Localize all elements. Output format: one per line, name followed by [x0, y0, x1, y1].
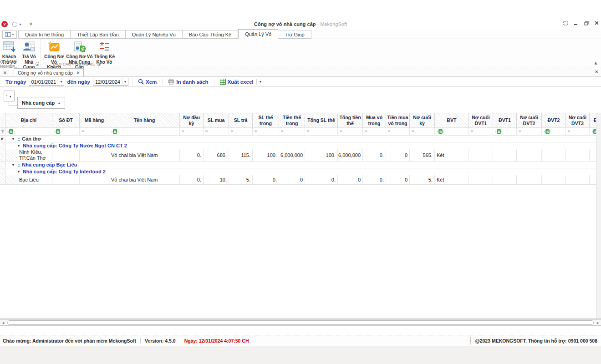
column-header-2[interactable]: Mã hàng [80, 113, 109, 127]
filter-cell-15[interactable]: = [469, 128, 493, 135]
close-icon[interactable]: ✕ [595, 70, 598, 74]
column-header-4[interactable]: Nợ đầu kỳ [180, 113, 204, 127]
document-tab-active[interactable]: Công nợ vỏ nhà cung cấp ✕ [14, 68, 84, 76]
filter-cell-3[interactable]: aBc [109, 128, 180, 135]
column-header-8[interactable]: Tiền thế trong [279, 113, 305, 127]
export-excel-button[interactable]: Xuất excel ▼ [220, 79, 262, 85]
column-header-13[interactable]: Nợ cuối kỳ [410, 113, 435, 127]
column-header-15[interactable]: Nợ cuối DVT1 [469, 113, 493, 127]
cell-2-9[interactable]: 100. [305, 149, 338, 161]
cell-2-3[interactable]: Vỏ chai bia Việt Nam [109, 149, 180, 161]
scroll-right-icon[interactable]: ► [595, 320, 601, 325]
horizontal-scrollbar[interactable]: ◄ ► [0, 319, 601, 326]
ribbon-tab-1[interactable]: Thiết Lập Ban Đầu [71, 30, 126, 39]
chevron-down-icon[interactable]: ▼ [122, 78, 128, 85]
expand-collapse-icon[interactable]: ▼ [17, 144, 20, 148]
cell-2-5[interactable]: 680. [204, 149, 229, 161]
ribbon-tab-0[interactable]: Quản trị hệ thống [18, 30, 71, 39]
ribbon-tab-5[interactable]: Trợ Giúp [278, 30, 311, 39]
column-header-17[interactable]: Nợ cuối DVT2 [517, 113, 542, 127]
cell-5-0[interactable]: Bạc Liêu [17, 175, 52, 184]
cell-2-4[interactable]: 0. [180, 149, 204, 161]
cell-5-2[interactable] [80, 175, 109, 184]
column-header-1[interactable]: Số ĐT [52, 113, 80, 127]
cell-2-6[interactable]: 115. [229, 149, 253, 161]
group-dialog-launcher-icon[interactable]: ◢ [36, 62, 40, 66]
cell-2-19[interactable] [566, 149, 590, 161]
scrollbar-thumb[interactable] [7, 320, 594, 325]
cell-5-8[interactable]: 0 [279, 175, 305, 184]
table-row[interactable]: Bạc LiêuVỏ chai bia Việt Nam0.10.5.0.00.… [0, 175, 601, 185]
filter-cell-19[interactable]: = [566, 128, 590, 135]
group-row[interactable]: ▼:: Nhà cung cấp Bạc Liêu [0, 162, 601, 168]
cell-2-12[interactable]: 0 [386, 149, 410, 161]
cell-5-12[interactable]: 0 [386, 175, 410, 184]
cell-5-7[interactable]: 0. [253, 175, 279, 184]
expand-collapse-icon[interactable]: ▼ [17, 170, 20, 174]
cell-5-6[interactable]: 5. [229, 175, 253, 184]
filter-cell-18[interactable]: aBc [542, 128, 566, 135]
column-header-6[interactable]: SL trả [229, 113, 253, 127]
cell-5-13[interactable]: 5. [410, 175, 435, 184]
cell-5-10[interactable]: 0 [338, 175, 363, 184]
group-field-nha-cung-cap[interactable]: Nhà cung cấp ▲ [17, 97, 65, 109]
cell-5-4[interactable]: 0. [180, 175, 204, 184]
cell-5-14[interactable]: Két [435, 175, 469, 184]
cell-2-10[interactable]: 6,000,000 [338, 149, 363, 161]
filter-cell-5[interactable]: = [204, 128, 229, 135]
filter-cell-8[interactable]: = [279, 128, 305, 135]
column-header-0[interactable]: Địa chỉ [5, 113, 52, 127]
cell-2-0[interactable]: Ninh Kiều, TP.Cần Thơ [17, 149, 52, 161]
ribbon-tab-2[interactable]: Quản Lý Nghiệp Vụ [126, 30, 183, 39]
cell-2-14[interactable]: Két [435, 149, 469, 161]
cell-5-19[interactable] [566, 175, 590, 184]
filter-cell-7[interactable]: = [253, 128, 279, 135]
scroll-left-icon[interactable]: ◄ [0, 320, 6, 325]
ribbon-collapse-icon[interactable]: ∧ [594, 61, 597, 66]
cell-2-15[interactable] [469, 149, 493, 161]
group-dialog-launcher-icon[interactable]: ◢ [97, 62, 101, 66]
cell-5-16[interactable] [493, 175, 517, 184]
view-button[interactable]: Xem [138, 79, 157, 85]
filter-cell-17[interactable]: = [517, 128, 542, 135]
close-tab-icon[interactable]: ✕ [76, 71, 80, 75]
to-date-combo[interactable]: 12/01/2024 ▼ [93, 78, 128, 86]
group-row[interactable]: ▼Nhà cung cấp: Công Ty Nước Ngọt CN CT 2 [0, 142, 601, 149]
table-row[interactable]: Ninh Kiều, TP.Cần ThơVỏ chai bia Việt Na… [0, 149, 601, 162]
ribbon-tab-3[interactable]: Báo Cáo Thống Kê [183, 30, 238, 39]
filter-cell-13[interactable]: = [410, 128, 435, 135]
filter-cell-4[interactable]: = [180, 128, 204, 135]
filter-cell-16[interactable]: aBc [493, 128, 517, 135]
column-header-7[interactable]: SL thế trong [253, 113, 279, 127]
filter-cell-14[interactable]: aBc [435, 128, 469, 135]
expand-collapse-icon[interactable]: ▼ [11, 137, 15, 141]
cell-2-2[interactable] [80, 149, 109, 161]
cell-5-9[interactable]: 0. [305, 175, 338, 184]
column-header-10[interactable]: Tổng tiền thế [338, 113, 363, 127]
column-header-9[interactable]: Tổng SL thế [305, 113, 338, 127]
restore-icon[interactable] [584, 20, 589, 25]
cell-2-11[interactable]: 0. [363, 149, 386, 161]
print-list-button[interactable]: In danh sách [168, 79, 208, 85]
cell-5-11[interactable]: 0. [363, 175, 386, 184]
filter-cell-9[interactable]: = [305, 128, 338, 135]
column-header-19[interactable]: Nợ cuối DVT3 [566, 113, 590, 127]
cell-5-3[interactable]: Vỏ chai bia Việt Nam [109, 175, 180, 184]
filter-cell-10[interactable]: = [338, 128, 363, 135]
column-header-12[interactable]: Tiền mua vỏ trong [386, 113, 410, 127]
layout-mini-tab[interactable]: ▼ [2, 30, 17, 39]
column-header-11[interactable]: Mua vỏ trong [363, 113, 386, 127]
cell-5-17[interactable] [517, 175, 542, 184]
column-header-5[interactable]: SL mua [204, 113, 229, 127]
excel-dropdown-icon[interactable]: ▼ [256, 79, 262, 85]
column-header-18[interactable]: ĐVT2 [542, 113, 566, 127]
vertical-scrollbar[interactable] [596, 113, 601, 318]
filter-cell-6[interactable]: = [229, 128, 253, 135]
cell-2-13[interactable]: 565. [410, 149, 435, 161]
column-header-3[interactable]: Tên hàng [109, 113, 180, 127]
chevron-down-icon[interactable]: ▼ [58, 78, 64, 85]
column-header-14[interactable]: ĐVT [435, 113, 469, 127]
group-row[interactable]: ▶▼:: Cần thơ [0, 136, 601, 142]
cell-2-8[interactable]: 6,000,000 [279, 149, 305, 161]
filter-cell-12[interactable]: = [386, 128, 410, 135]
